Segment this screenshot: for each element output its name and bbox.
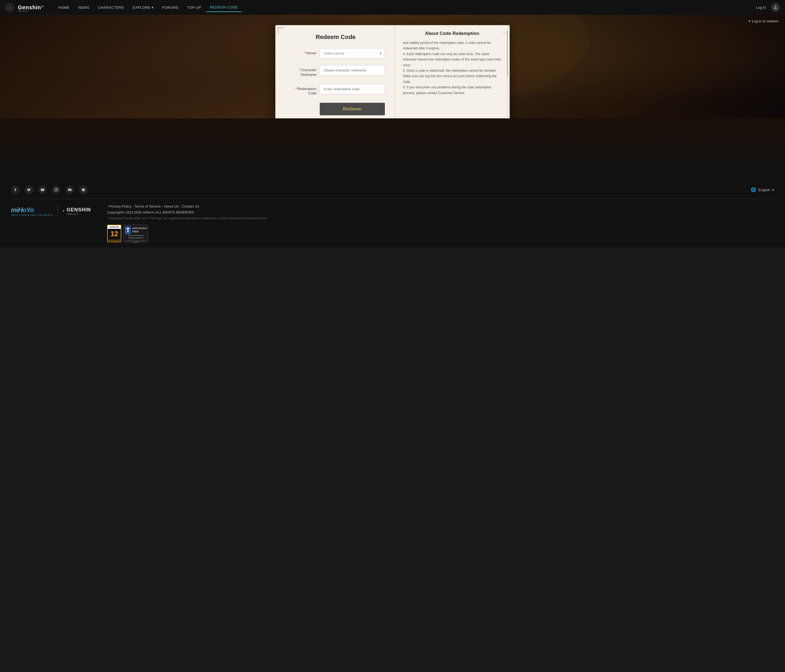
hero-spacer	[0, 118, 785, 173]
footer-terms-link[interactable]: Terms of Service	[134, 204, 161, 208]
social-icons	[11, 185, 88, 194]
footer-info: | Privacy Policy | Terms of Service | Ab…	[107, 204, 774, 242]
scroll-thumb	[507, 31, 508, 77]
nav-forums[interactable]: FORUMS	[158, 3, 182, 12]
mihoyo-logo-text: miHoYo	[11, 206, 53, 214]
pegi-badge: EUROPE 12 www.pegi.info	[107, 225, 121, 242]
footer-links: | Privacy Policy | Terms of Service | Ab…	[107, 204, 774, 208]
code-input[interactable]	[320, 84, 385, 94]
sep-0: |	[107, 204, 108, 208]
redeem-card: Redeem Code *Server Select server Asia E…	[275, 25, 510, 118]
footer-contact-link[interactable]: Contact Us	[181, 204, 199, 208]
svg-point-2	[42, 6, 43, 7]
copyright-text: Copyright© 2012-2020 miHoYo ALL RIGHTS R…	[107, 211, 774, 215]
nav-home[interactable]: HOME	[55, 3, 73, 12]
nav-redeem-code[interactable]: REDEEM CODE	[206, 3, 241, 12]
login-hint-text: ✦ Log in to redeem	[748, 19, 779, 23]
youtube-icon[interactable]	[38, 185, 47, 194]
svg-point-4	[775, 6, 776, 7]
nav-top-up[interactable]: TOP-UP	[183, 3, 205, 12]
scroll-indicator	[507, 31, 508, 118]
music-icon: ♪	[5, 3, 14, 12]
site-footer: 🌐 English ▾ miHoYo TECH OTAKUS SAVE THE …	[0, 173, 785, 247]
header-right: Log In	[754, 3, 780, 11]
footer-main: miHoYo TECH OTAKUS SAVE THE WORLD ✦ GENS…	[11, 204, 774, 242]
rating-badges: EUROPE 12 www.pegi.info T US/CANADA TEEN…	[107, 225, 774, 242]
code-input-wrap	[320, 84, 385, 94]
esrb-t-letter: T	[125, 226, 131, 234]
about-text: and validity period of the redemption co…	[403, 40, 502, 96]
svg-rect-11	[55, 188, 58, 191]
svg-point-12	[56, 189, 57, 191]
esrb-region: US/CANADA	[132, 227, 147, 230]
svg-text:Genshin: Genshin	[18, 5, 41, 10]
mihoyo-brand: miHoYo TECH OTAKUS SAVE THE WORLD	[11, 206, 53, 216]
twitter-icon[interactable]	[25, 185, 33, 194]
server-label: *Server	[286, 51, 316, 56]
nickname-required: *	[299, 68, 300, 72]
footer-brand: miHoYo TECH OTAKUS SAVE THE WORLD ✦ GENS…	[11, 204, 91, 218]
mihoyo-sub: TECH OTAKUS SAVE THE WORLD	[11, 214, 53, 216]
code-required: *	[296, 86, 297, 91]
pegi-region: EUROPE	[108, 225, 121, 229]
esrb-badge: T US/CANADA TEEN Alcohol Reference Fanta…	[124, 225, 148, 242]
nickname-input-wrap	[320, 65, 385, 75]
pegi-number: 12	[108, 229, 121, 239]
login-button[interactable]: Log In	[754, 4, 769, 11]
genshin-foot-logo: GENSHIN	[67, 207, 91, 213]
genshin-foot-sub: IMPACT	[67, 213, 91, 215]
code-label: *Redemption Code	[286, 82, 316, 96]
server-select[interactable]: Select server Asia Europe America TW/HK/…	[320, 48, 385, 58]
language-label: English	[758, 188, 770, 192]
globe-icon: 🌐	[751, 187, 756, 193]
esrb-top: T US/CANADA TEEN	[125, 226, 147, 234]
redeem-button[interactable]: Redeem	[320, 103, 385, 115]
redeem-btn-wrap: Redeem	[320, 101, 385, 115]
server-row: *Server Select server Asia Europe Americ…	[286, 48, 385, 58]
logo-area: ♪ Genshin IMPACT	[5, 2, 46, 12]
about-section: About Code Redemption and validity perio…	[395, 25, 510, 118]
site-header: ♪ Genshin IMPACT HOME NEWS CHARACTERS EX…	[0, 0, 785, 15]
redeem-btn-row: Redeem	[286, 101, 385, 115]
nav-news[interactable]: NEWS	[74, 3, 93, 12]
sep-3: |	[180, 204, 180, 208]
nickname-row: *Character Nickname	[286, 63, 385, 77]
user-avatar[interactable]	[771, 3, 780, 11]
reddit-icon[interactable]	[79, 185, 88, 194]
site-logo: Genshin IMPACT	[17, 2, 46, 12]
svg-text:IMPACT: IMPACT	[18, 10, 30, 12]
code-row: *Redemption Code	[286, 82, 385, 96]
discord-icon[interactable]	[66, 185, 74, 194]
genshin-foot-brand: ✦ GENSHIN IMPACT	[62, 207, 91, 215]
hero-section: ✦ Log in to redeem Redeem Code *Server S…	[0, 15, 785, 118]
about-title: About Code Redemption	[403, 31, 502, 36]
brand-divider	[58, 204, 58, 218]
redeem-form-section: Redeem Code *Server Select server Asia E…	[275, 25, 395, 118]
main-nav: HOME NEWS CHARACTERS EXPLORE ▾ FORUMS TO…	[55, 3, 754, 12]
svg-rect-8	[66, 40, 144, 118]
redeem-title: Redeem Code	[286, 34, 385, 41]
language-selector[interactable]: 🌐 English ▾	[751, 187, 774, 193]
footer-privacy-link[interactable]: Privacy Policy	[109, 204, 131, 208]
login-hint[interactable]: ✦ Log in to redeem	[748, 19, 779, 23]
sep-2: |	[162, 204, 163, 208]
svg-rect-9	[589, 67, 641, 118]
instagram-icon[interactable]	[52, 185, 61, 194]
lang-dropdown-icon: ▾	[772, 188, 774, 192]
nav-explore[interactable]: EXPLORE ▾	[129, 3, 157, 12]
sep-1: |	[133, 204, 133, 208]
footer-about-link[interactable]: About Us	[164, 204, 178, 208]
esrb-rating: TEEN	[132, 230, 147, 233]
server-select-wrap: Select server Asia Europe America TW/HK/…	[320, 48, 385, 58]
footer-social: 🌐 English ▾	[11, 181, 774, 199]
footer-disclaimer: "PlayStation Family Mark" and "PS4 logo"…	[107, 216, 774, 221]
nickname-input[interactable]	[320, 65, 385, 75]
facebook-icon[interactable]	[11, 185, 20, 194]
nav-characters[interactable]: CHARACTERS	[94, 3, 128, 12]
esrb-desc: Alcohol Reference Fantasy Violence	[128, 234, 144, 240]
pegi-url: www.pegi.info	[108, 239, 121, 242]
svg-point-14	[82, 188, 85, 191]
server-required: *	[304, 51, 305, 55]
svg-point-13	[57, 189, 57, 189]
nickname-label: *Character Nickname	[286, 63, 316, 77]
